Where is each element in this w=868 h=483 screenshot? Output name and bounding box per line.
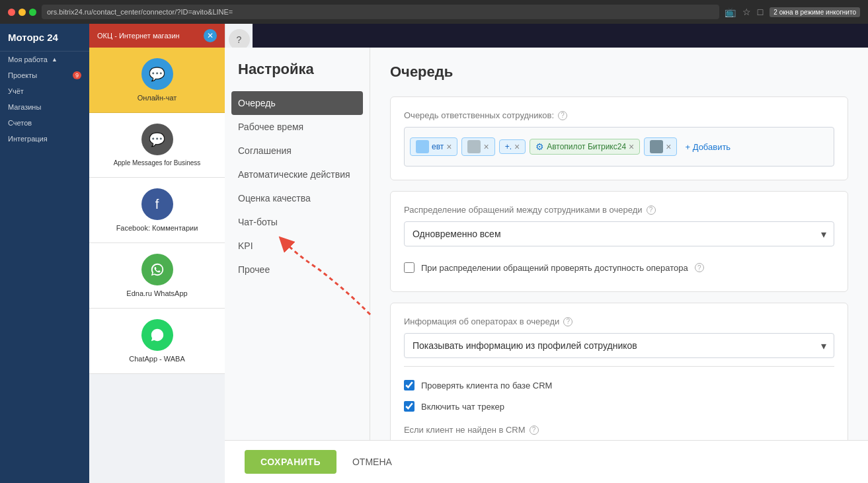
sidebar-item-projects[interactable]: Проекты 9 [0,67,89,83]
chatapp-icon [141,319,173,351]
crm-checkbox[interactable] [404,380,414,390]
settings-content: Очередь Очередь ответственных сотруднико… [370,48,868,483]
crm-not-found-help-icon[interactable]: ? [530,426,539,435]
nav-item-quality[interactable]: Оценка качества [225,186,370,210]
distribution-help-icon[interactable]: ? [647,205,656,215]
member-avatar-2 [467,140,481,153]
save-button[interactable]: СОХРАНИТЬ [245,450,336,474]
cast-icon: 📺 [725,7,736,17]
queue-label: Очередь ответственных сотрудников: ? [404,110,834,120]
add-member-button[interactable]: + Добавить [681,141,734,153]
settings-modal: Настройка Очередь Рабочее время Соглашен… [225,48,868,483]
member-avatar [416,140,429,153]
distribution-select[interactable]: Одновременно всем По очереди Случайно [404,221,834,246]
sidebar-item-stores[interactable]: Магазины [0,99,89,115]
distribution-select-wrapper: Одновременно всем По очереди Случайно [404,221,834,246]
apple-messages-label: Apple Messages for Business [114,159,201,167]
sidebar-item-accounting[interactable]: Учёт [0,83,89,99]
autopilot-icon: ⚙ [535,141,544,152]
browser-bar: ors.bitrix24.ru/contact_center/connector… [0,0,868,24]
settings-nav: Настройка Очередь Рабочее время Соглашен… [225,48,370,483]
availability-checkbox[interactable] [404,262,414,273]
channels-area: ОКЦ - Интернет магазин ✕ 💬 Онлайн-чат 💬 … [89,24,225,483]
facebook-label: Facebook: Комментарии [116,224,198,232]
channel-header: ОКЦ - Интернет магазин ✕ [89,24,225,48]
crm-not-found-label: Если клиент не найден в CRM ? [404,425,834,435]
minimize-dot[interactable] [19,9,26,16]
channel-online-chat[interactable]: 💬 Онлайн-чат [89,48,225,113]
member-tag-more[interactable]: +. × [499,139,526,154]
distribution-section: Распределение обращений между сотрудника… [390,191,848,292]
remove-member-1[interactable]: × [446,142,452,151]
facebook-icon: f [141,188,173,220]
nav-item-other[interactable]: Прочее [225,258,370,281]
incognito-badge: 2 окна в режиме инкогнито [769,7,860,17]
nav-item-worktime[interactable]: Рабочее время [225,115,370,139]
channel-apple-messages[interactable]: 💬 Apple Messages for Business [89,113,225,178]
chat-tracker-checkbox[interactable] [404,401,414,412]
operator-info-help-icon[interactable]: ? [563,317,572,326]
url-bar[interactable]: ors.bitrix24.ru/contact_center/connector… [42,5,719,19]
distribution-label: Распределение обращений между сотрудника… [404,205,834,215]
brand-header: Моторс 24 [0,24,89,52]
bookmark-icon[interactable]: ☆ [742,7,751,17]
availability-label: При распределении обращений проверять до… [421,263,688,273]
chat-tracker-label: Включить чат трекер [421,402,504,412]
close-dot[interactable] [8,9,15,16]
extension-icon[interactable]: □ [758,7,763,17]
operator-info-select[interactable]: Показывать информацию из профилей сотруд… [404,333,834,358]
maximize-dot[interactable] [29,9,36,16]
channel-facebook[interactable]: f Facebook: Комментарии [89,178,225,243]
operator-info-select-wrapper: Показывать информацию из профилей сотруд… [404,333,834,358]
operator-info-label: Информация об операторах в очереди ? [404,316,834,326]
edna-label: Edna.ru WhatsApp [126,289,187,297]
remove-member-3[interactable]: × [666,142,671,151]
edna-icon [141,254,173,285]
queue-members-section: Очередь ответственных сотрудников: ? eвт… [390,96,848,180]
member-tag-1[interactable]: eвт × [410,137,457,156]
page-title: Очередь [390,63,848,81]
member-tag-2[interactable]: × [461,137,494,156]
sidebar-item-totals[interactable]: Счетов [0,115,89,131]
close-button[interactable]: ✕ [204,29,217,42]
online-chat-label: Онлайн-чат [138,94,177,102]
member-avatar-3 [650,140,663,153]
nav-item-chatbots[interactable]: Чат-боты [225,210,370,234]
nav-item-auto-actions[interactable]: Автоматические действия [225,163,370,186]
remove-more[interactable]: × [514,142,520,151]
crm-label: Проверять клиента по базе CRM [421,381,552,390]
cancel-button[interactable]: ОТМЕНА [344,450,400,474]
window-controls [8,9,36,16]
queue-members-field[interactable]: eвт × × +. × ⚙ Автопилот Битрикс24 × [404,127,834,167]
apple-icon: 💬 [141,124,173,155]
sidebar-item-integration[interactable]: Интеграция [0,131,89,147]
divider [404,366,834,367]
availability-help-icon[interactable]: ? [695,263,704,272]
remove-autopilot[interactable]: × [629,142,634,151]
chat-tracker-row: Включить чат трекер [404,396,834,417]
member-tag-3[interactable]: × [644,137,677,156]
left-sidebar: Моторс 24 Моя работа ▲ Проекты 9 Учёт Ма… [0,24,89,483]
availability-check-row: При распределении обращений проверять до… [404,257,834,278]
remove-member-2[interactable]: × [483,142,489,151]
channel-edna[interactable]: Edna.ru WhatsApp [89,243,225,309]
projects-badge: 9 [73,71,81,79]
crm-check-row: Проверять клиента по базе CRM [404,375,834,396]
settings-title: Настройка [225,61,370,91]
nav-item-queue[interactable]: Очередь [231,91,363,115]
browser-icons: 📺 ☆ □ 2 окна в режиме инкогнито [725,7,860,17]
sidebar-item-work[interactable]: Моя работа ▲ [0,52,89,67]
queue-help-icon[interactable]: ? [558,111,567,120]
channel-chatapp[interactable]: ChatApp - WABA [89,309,225,374]
modal-footer: СОХРАНИТЬ ОТМЕНА [225,440,868,483]
brand-name: Моторс 24 [8,32,58,43]
chat-icon: 💬 [141,58,173,90]
nav-item-agreements[interactable]: Соглашения [225,139,370,163]
autopilot-tag[interactable]: ⚙ Автопилот Битрикс24 × [530,139,640,155]
nav-item-kpi[interactable]: KPI [225,234,370,258]
chatapp-label: ChatApp - WABA [129,355,185,363]
